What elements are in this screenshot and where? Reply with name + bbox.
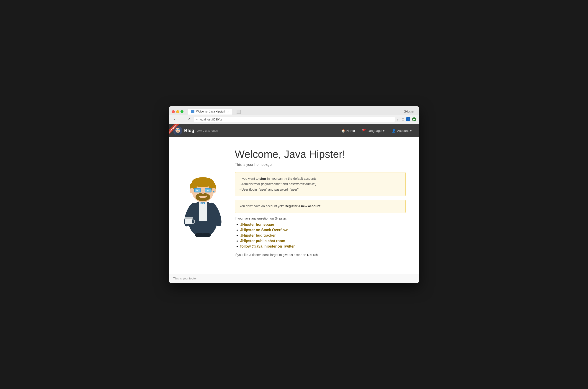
content-area: Welcome, Java Hipster! This is your home… [235, 146, 406, 265]
app-navbar: Development Blog v0.0.1-SNAPSHOT 🏠 Home [169, 124, 419, 137]
list-item-5[interactable]: follow @java_hipster on Twitter [240, 244, 406, 249]
account-icon: 👤 [392, 129, 396, 132]
github-link[interactable]: GitHub [307, 253, 318, 257]
browser-toolbar: ‹ › ↺ ⊙ localhost:8080/#/ ☆ ⊡ i ▶ [169, 115, 419, 124]
stackoverflow-link[interactable]: JHipster on Stack Overflow [240, 228, 288, 232]
address-bar[interactable]: ⊙ localhost:8080/#/ [194, 117, 395, 122]
list-item-3[interactable]: JHipster bug tracker [240, 233, 406, 238]
nav-item-language[interactable]: 🚩 Language ▾ [359, 127, 388, 134]
app-content: Welcome, Java Hipster! This is your home… [169, 137, 419, 274]
mascot-area [178, 146, 228, 265]
language-dropdown-icon: ▾ [383, 129, 384, 132]
bug-tracker-link[interactable]: JHipster bug tracker [240, 233, 276, 237]
questions-text: If you have any question on JHipster: [235, 217, 406, 220]
info-box-register[interactable]: You don't have an account yet? Register … [235, 200, 406, 213]
extension-green-button[interactable]: ▶ [412, 117, 416, 121]
reader-icon[interactable]: ⊡ [402, 118, 404, 121]
info-box-1-line2: - Administrator (login="admin" and passw… [240, 182, 316, 186]
svg-rect-35 [185, 217, 193, 219]
brand-name: Blog [184, 128, 194, 133]
address-lock-icon: ⊙ [196, 118, 198, 121]
language-icon: 🚩 [362, 129, 366, 132]
info-box-2-pre: You don't have an account yet? [240, 204, 285, 208]
info-box-1-pre: If you want to [240, 177, 259, 180]
maximize-button[interactable] [180, 110, 183, 113]
svg-point-32 [202, 192, 204, 194]
traffic-lights [172, 110, 183, 113]
svg-point-20 [211, 188, 216, 193]
list-item-1[interactable]: JHipster homepage [240, 223, 406, 227]
brand-version: v0.0.1-SNAPSHOT [197, 129, 218, 132]
svg-point-39 [202, 233, 211, 237]
tab-close-button[interactable]: ✕ [227, 110, 229, 113]
chat-room-link[interactable]: JHipster public chat room [240, 239, 285, 243]
dev-ribbon-text: Development [169, 124, 181, 137]
refresh-button[interactable]: ↺ [186, 117, 192, 122]
nav-item-account[interactable]: 👤 Account ▾ [389, 127, 415, 134]
info-box-1-line3: - User (login="user" and password="user"… [240, 188, 300, 191]
svg-point-19 [190, 188, 194, 193]
github-pre: If you like JHipster, don't forget to gi… [235, 253, 307, 257]
github-text: If you like JHipster, don't forget to gi… [235, 253, 406, 257]
bookmark-icon[interactable]: ☆ [397, 118, 400, 121]
browser-tab[interactable]: Welcome, Java Hipster! ✕ [188, 109, 232, 115]
welcome-title: Welcome, Java Hipster! [235, 149, 406, 160]
links-list: JHipster homepage JHipster on Stack Over… [235, 223, 406, 249]
nav-language-label: Language [367, 129, 381, 132]
nav-account-label: Account [397, 129, 409, 132]
info-box-signin: If you want to sign in, you can try the … [235, 172, 406, 196]
app-footer: This is your footer [169, 274, 419, 283]
extension-i-button[interactable]: i [406, 117, 410, 121]
forward-button[interactable]: › [179, 117, 185, 122]
svg-point-37 [213, 191, 214, 193]
register-link[interactable]: Register a new account [285, 204, 320, 208]
browser-title-right: JHipster [404, 110, 416, 113]
list-item-2[interactable]: JHipster on Stack Overflow [240, 228, 406, 232]
list-item-4[interactable]: JHipster public chat room [240, 239, 406, 243]
info-box-1-signin-bold: sign in [259, 177, 270, 180]
close-button[interactable] [172, 110, 175, 113]
minimize-button[interactable] [176, 110, 179, 113]
dev-ribbon: Development [169, 124, 185, 137]
nav-home-label: Home [346, 129, 355, 132]
browser-titlebar: Welcome, Java Hipster! ✕ ⬜ JHipster [169, 106, 419, 115]
jhipster-homepage-link[interactable]: JHipster homepage [240, 223, 274, 227]
mascot-illustration [180, 151, 226, 237]
nav-item-home[interactable]: 🏠 Home [338, 127, 358, 134]
github-post: ! [318, 253, 319, 257]
new-tab-button[interactable]: ⬜ [235, 109, 243, 115]
address-text: localhost:8080/#/ [200, 118, 222, 121]
back-button[interactable]: ‹ [172, 117, 177, 122]
info-box-1-post: , you can try the default accounts: [270, 177, 317, 180]
tab-title: Welcome, Java Hipster! [196, 110, 225, 113]
svg-rect-34 [185, 218, 192, 224]
twitter-link[interactable]: follow @java_hipster on Twitter [240, 244, 295, 248]
main-nav: 🏠 Home 🚩 Language ▾ 👤 Account ▾ [338, 127, 415, 134]
homepage-subtitle: This is your homepage [235, 162, 406, 167]
tab-favicon [191, 110, 194, 113]
browser-window: Welcome, Java Hipster! ✕ ⬜ JHipster ‹ › … [169, 106, 419, 283]
account-dropdown-icon: ▾ [410, 129, 412, 132]
footer-text: This is your footer [173, 277, 197, 280]
home-icon: 🏠 [341, 129, 345, 132]
